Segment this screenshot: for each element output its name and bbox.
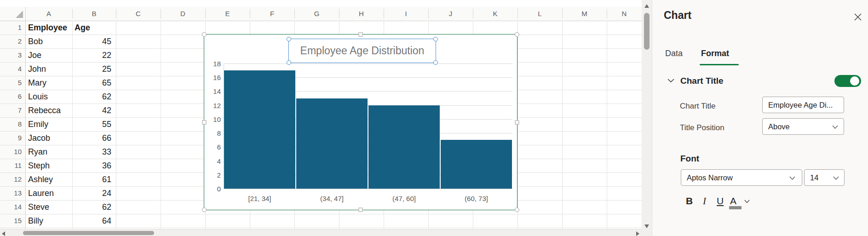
column-header-F[interactable]: F bbox=[250, 7, 294, 21]
column-header-I[interactable]: I bbox=[384, 7, 428, 21]
tab-format[interactable]: Format bbox=[701, 49, 729, 58]
cell-B8[interactable]: 55 bbox=[72, 117, 114, 131]
underline-button[interactable]: U bbox=[717, 196, 724, 207]
row-header-14[interactable]: 14 bbox=[0, 200, 22, 214]
row-header-5[interactable]: 5 bbox=[0, 76, 22, 90]
cell-B12[interactable]: 61 bbox=[72, 173, 114, 186]
cell-B10[interactable]: 33 bbox=[72, 145, 114, 159]
scroll-down-icon[interactable] bbox=[644, 224, 649, 228]
italic-button[interactable]: I bbox=[703, 196, 706, 207]
histogram-bar[interactable] bbox=[368, 105, 440, 189]
cell-A15[interactable]: Billy bbox=[28, 214, 70, 228]
column-header-L[interactable]: L bbox=[517, 7, 562, 21]
column-header-H[interactable]: H bbox=[339, 7, 384, 21]
font-color-button[interactable]: A bbox=[730, 196, 736, 207]
cell-B15[interactable]: 64 bbox=[72, 214, 114, 228]
row-header-9[interactable]: 9 bbox=[0, 131, 22, 145]
cell-B5[interactable]: 65 bbox=[72, 76, 114, 90]
cell-B9[interactable]: 66 bbox=[72, 131, 114, 145]
column-header-B[interactable]: B bbox=[72, 7, 116, 21]
horizontal-scrollbar-thumb[interactable] bbox=[23, 231, 154, 235]
title-handle[interactable] bbox=[287, 37, 291, 41]
row-header-12[interactable]: 12 bbox=[0, 173, 22, 186]
row-header-11[interactable]: 11 bbox=[0, 159, 22, 173]
cell-A1[interactable]: Employee bbox=[28, 21, 70, 35]
horizontal-scrollbar[interactable] bbox=[0, 229, 642, 236]
cell-A5[interactable]: Mary bbox=[28, 76, 70, 90]
vertical-scrollbar-thumb[interactable] bbox=[644, 13, 650, 50]
scroll-up-icon[interactable] bbox=[644, 4, 649, 8]
histogram-bar[interactable] bbox=[441, 140, 512, 189]
row-header-8[interactable]: 8 bbox=[0, 117, 22, 131]
chart-title-input[interactable]: Employee Age Di... bbox=[762, 97, 844, 113]
row-header-7[interactable]: 7 bbox=[0, 104, 22, 117]
tab-data[interactable]: Data bbox=[665, 49, 683, 58]
cell-A3[interactable]: Joe bbox=[28, 48, 70, 62]
chart-resize-handle[interactable] bbox=[202, 120, 207, 124]
close-icon[interactable] bbox=[854, 13, 862, 21]
column-header-G[interactable]: G bbox=[294, 7, 339, 21]
cell-A14[interactable]: Steve bbox=[28, 200, 70, 214]
row-header-6[interactable]: 6 bbox=[0, 90, 22, 104]
chart-title-box[interactable]: Employee Age Distribution bbox=[288, 39, 436, 63]
cell-A6[interactable]: Louis bbox=[28, 90, 70, 104]
column-header-C[interactable]: C bbox=[116, 7, 161, 21]
column-header-A[interactable]: A bbox=[25, 7, 72, 21]
cell-A2[interactable]: Bob bbox=[28, 35, 70, 48]
title-handle[interactable] bbox=[433, 60, 438, 65]
vertical-scrollbar[interactable] bbox=[642, 0, 652, 236]
column-header-K[interactable]: K bbox=[473, 7, 517, 21]
row-header-13[interactable]: 13 bbox=[0, 186, 22, 200]
column-header-E[interactable]: E bbox=[205, 7, 250, 21]
font-size-dropdown[interactable]: 14 bbox=[804, 169, 845, 186]
cell-B3[interactable]: 22 bbox=[72, 48, 114, 62]
cell-B2[interactable]: 45 bbox=[72, 35, 114, 48]
chart-resize-handle[interactable] bbox=[359, 208, 363, 212]
row-header-15[interactable]: 15 bbox=[0, 214, 22, 228]
scroll-left-icon[interactable] bbox=[2, 231, 5, 236]
cell-A7[interactable]: Rebecca bbox=[28, 104, 70, 117]
cell-A13[interactable]: Lauren bbox=[28, 186, 70, 200]
histogram-bar[interactable] bbox=[296, 98, 368, 189]
chart-resize-handle[interactable] bbox=[202, 32, 207, 37]
cell-A9[interactable]: Jacob bbox=[28, 131, 70, 145]
row-header-3[interactable]: 3 bbox=[0, 48, 22, 62]
spreadsheet-grid[interactable]: ABCDEFGHIJKLMN 123456789101112131415 Emp… bbox=[0, 0, 642, 236]
font-color-chevron-icon[interactable] bbox=[744, 200, 750, 203]
column-header-D[interactable]: D bbox=[161, 7, 205, 21]
scroll-right-icon[interactable] bbox=[636, 231, 639, 236]
chart-title-toggle[interactable] bbox=[834, 75, 861, 87]
chart-resize-handle[interactable] bbox=[202, 207, 207, 212]
cell-B14[interactable]: 62 bbox=[72, 200, 114, 214]
cell-B11[interactable]: 36 bbox=[72, 159, 114, 173]
cell-B13[interactable]: 24 bbox=[72, 186, 114, 200]
histogram-bar[interactable] bbox=[224, 70, 295, 189]
row-header-4[interactable]: 4 bbox=[0, 62, 22, 76]
embedded-chart[interactable]: 024681012141618 [21, 34](34, 47](47, 60]… bbox=[204, 34, 517, 210]
cell-A8[interactable]: Emily bbox=[28, 117, 70, 131]
cell-B7[interactable]: 42 bbox=[72, 104, 114, 117]
cell-B4[interactable]: 25 bbox=[72, 62, 114, 76]
title-position-dropdown[interactable]: Above bbox=[762, 118, 844, 135]
cell-A11[interactable]: Steph bbox=[28, 159, 70, 173]
cell-A12[interactable]: Ashley bbox=[28, 173, 70, 186]
row-header-2[interactable]: 2 bbox=[0, 35, 22, 48]
cell-B1[interactable]: Age bbox=[72, 21, 114, 35]
row-header-1[interactable]: 1 bbox=[0, 21, 22, 35]
select-all-corner[interactable] bbox=[0, 7, 25, 21]
cell-A10[interactable]: Ryan bbox=[28, 145, 70, 159]
chart-resize-handle[interactable] bbox=[515, 120, 519, 124]
column-header-J[interactable]: J bbox=[428, 7, 473, 21]
column-header-N[interactable]: N bbox=[607, 7, 642, 21]
column-header-M[interactable]: M bbox=[562, 7, 607, 21]
title-handle[interactable] bbox=[287, 60, 291, 65]
chart-resize-handle[interactable] bbox=[515, 32, 519, 37]
chart-resize-handle[interactable] bbox=[515, 207, 519, 212]
cell-B6[interactable]: 62 bbox=[72, 90, 114, 104]
section-collapse-chevron-icon[interactable] bbox=[667, 78, 674, 83]
row-header-10[interactable]: 10 bbox=[0, 145, 22, 159]
cell-A4[interactable]: John bbox=[28, 62, 70, 76]
title-handle[interactable] bbox=[433, 37, 438, 41]
chart-resize-handle[interactable] bbox=[359, 33, 363, 37]
font-family-dropdown[interactable]: Aptos Narrow bbox=[681, 169, 802, 186]
